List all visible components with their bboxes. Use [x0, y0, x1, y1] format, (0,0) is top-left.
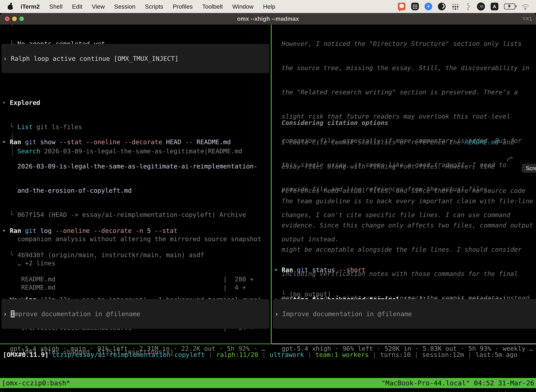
menu-item-scripts[interactable]: Scripts — [140, 3, 168, 10]
window-shortcut-badge: ⌥⌘1 — [522, 13, 532, 25]
bullet-icon: • — [2, 227, 10, 234]
bullet-icon: • — [2, 138, 10, 146]
omx-status-bar: [OMX#0.11.9] cczip/essay/ai-reimplementa… — [3, 350, 517, 360]
screen: iTerm2 Shell Edit View Session Scripts P… — [0, 0, 536, 392]
shield-grid-icon[interactable] — [411, 3, 419, 10]
prompt-chevron-icon: › — [3, 55, 11, 62]
battery-charging-icon[interactable] — [504, 4, 515, 9]
menu-item-view[interactable]: View — [87, 3, 109, 10]
menu-item-window[interactable]: Window — [228, 3, 258, 10]
percent-badge-icon[interactable]: ..61 — [477, 2, 485, 10]
tmux-status-bar: [omx-cczip0:bash* "MacBook-Pro-44.local"… — [0, 378, 536, 388]
bullet-icon: • — [274, 266, 282, 273]
window-title-bar: omx --xhigh --madmax ⌥⌘1 — [0, 13, 536, 25]
left-model-status-line: gpt-5.4 xhigh · main · 91% left · 2.31M … — [10, 329, 265, 368]
menu-item-iterm2[interactable]: iTerm2 — [16, 3, 44, 10]
curved-arrow-icon — [507, 156, 514, 162]
screen-share-tooltip[interactable]: Scre — [522, 164, 536, 173]
right-model-status-line: gpt-5.4 xhigh · 96% left · 520K in · 5.8… — [282, 329, 533, 368]
a-key-icon[interactable]: A — [491, 3, 498, 10]
menubar-status-icons: ✶ ..61 A — [398, 2, 536, 10]
menu-item-toolbelt[interactable]: Toolbelt — [197, 3, 228, 10]
squiggle-icon[interactable] — [464, 2, 471, 10]
prompt-chevron-icon: › — [275, 310, 282, 317]
omx-mode: ultrawork — [270, 351, 304, 358]
turns-count: turns:10 — [380, 351, 411, 358]
menu-item-shell[interactable]: Shell — [44, 3, 67, 10]
menu-item-help[interactable]: Help — [258, 3, 280, 10]
left-prompt-input[interactable]: › Improve documentation in @filename — [1, 299, 269, 329]
omx-version: [OMX#0.11.9] — [3, 351, 48, 358]
ralph-banner[interactable]: › Ralph loop active continue [OMX_TMUX_I… — [1, 44, 269, 73]
chat-app-icon[interactable] — [398, 3, 406, 10]
team-workers: team:1 workers — [315, 351, 368, 358]
pane-divider[interactable] — [271, 25, 272, 344]
text-cursor: I — [11, 310, 14, 317]
session-duration: session:12m — [422, 351, 464, 358]
bullet-icon: • — [2, 99, 10, 106]
crescent-app-icon[interactable] — [438, 3, 446, 10]
right-prompt-input[interactable]: › Improve documentation in @filename — [273, 299, 536, 329]
readme-link[interactable]: README.md — [464, 139, 499, 146]
prompt-chevron-icon: › — [3, 310, 11, 317]
window-title: omx --xhigh --madmax — [0, 13, 536, 25]
menu-item-edit[interactable]: Edit — [67, 3, 87, 10]
dots-grid-icon[interactable] — [451, 3, 459, 10]
ralph-progress: ralph:11/20 — [216, 351, 258, 358]
omx-path: cczip/essay/ai-reimplementation-copyleft — [53, 351, 205, 358]
last-activity: last:5m ago — [475, 351, 517, 358]
menu-bar: iTerm2 Shell Edit View Session Scripts P… — [0, 0, 536, 13]
blue-star-icon[interactable]: ✶ — [425, 3, 432, 10]
menu-item-profiles[interactable]: Profiles — [168, 3, 197, 10]
tmux-session-window: [omx-cczip0:bash* — [0, 378, 72, 388]
wifi-icon[interactable] — [521, 3, 530, 10]
apple-icon[interactable] — [7, 3, 13, 10]
menu-item-session[interactable]: Session — [109, 3, 140, 10]
tmux-host-clock: "MacBook-Pro-44.local" 04:52 31-Mar-26 — [380, 378, 536, 388]
